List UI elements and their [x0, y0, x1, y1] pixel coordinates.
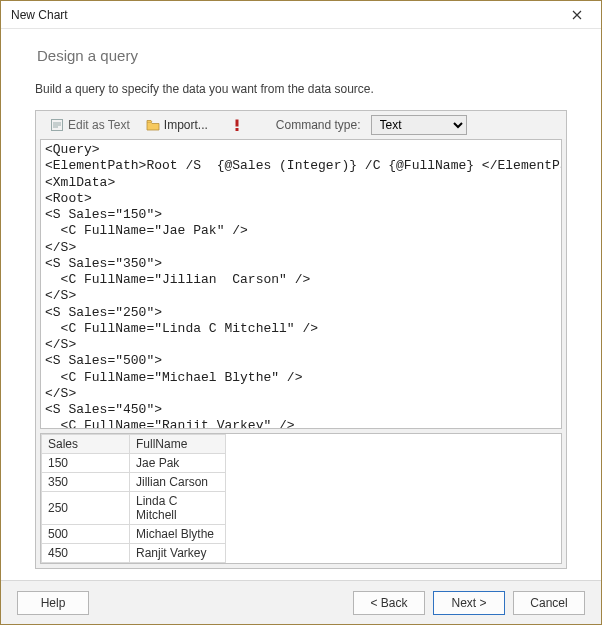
table-row[interactable]: 350 Jillian Carson — [42, 473, 226, 492]
dialog-footer: Help < Back Next > Cancel — [1, 580, 601, 624]
import-label: Import... — [164, 118, 208, 132]
warning-icon — [230, 118, 244, 132]
column-header-sales[interactable]: Sales — [42, 435, 130, 454]
query-toolbar: Edit as Text Import... Command type: Tex… — [36, 111, 566, 139]
cell-fullname: Ranjit Varkey — [130, 544, 226, 563]
cell-sales: 250 — [42, 492, 130, 525]
window-title: New Chart — [11, 8, 561, 22]
query-text-area[interactable]: <Query> <ElementPath>Root /S {@Sales (In… — [40, 139, 562, 429]
edit-as-text-button[interactable]: Edit as Text — [44, 116, 136, 134]
table-row[interactable]: 150 Jae Pak — [42, 454, 226, 473]
cell-fullname: Linda C Mitchell — [130, 492, 226, 525]
query-panel: Edit as Text Import... Command type: Tex… — [35, 110, 567, 569]
table-row[interactable]: 500 Michael Blythe — [42, 525, 226, 544]
back-button[interactable]: < Back — [353, 591, 425, 615]
results-table: Sales FullName 150 Jae Pak 350 Jillian C… — [41, 434, 226, 563]
cell-sales: 500 — [42, 525, 130, 544]
cell-sales: 350 — [42, 473, 130, 492]
close-button[interactable] — [561, 4, 593, 26]
svg-rect-2 — [235, 128, 238, 131]
content-area: Design a query Build a query to specify … — [1, 29, 601, 580]
column-header-fullname[interactable]: FullName — [130, 435, 226, 454]
cell-fullname: Jae Pak — [130, 454, 226, 473]
close-icon — [572, 7, 582, 23]
titlebar: New Chart — [1, 1, 601, 29]
command-type-select[interactable]: Text — [371, 115, 467, 135]
table-header-row: Sales FullName — [42, 435, 226, 454]
cell-fullname: Michael Blythe — [130, 525, 226, 544]
cell-sales: 450 — [42, 544, 130, 563]
cell-sales: 150 — [42, 454, 130, 473]
edit-as-text-label: Edit as Text — [68, 118, 130, 132]
table-row[interactable]: 250 Linda C Mitchell — [42, 492, 226, 525]
command-type-label: Command type: — [276, 118, 361, 132]
page-subtext: Build a query to specify the data you wa… — [35, 82, 567, 96]
folder-open-icon — [146, 118, 160, 132]
help-button[interactable]: Help — [17, 591, 89, 615]
query-text[interactable]: <Query> <ElementPath>Root /S {@Sales (In… — [41, 140, 561, 429]
next-button[interactable]: Next > — [433, 591, 505, 615]
cancel-button[interactable]: Cancel — [513, 591, 585, 615]
edit-text-icon — [50, 118, 64, 132]
import-button[interactable]: Import... — [140, 116, 214, 134]
table-row[interactable]: 450 Ranjit Varkey — [42, 544, 226, 563]
page-heading: Design a query — [37, 47, 567, 64]
results-grid[interactable]: Sales FullName 150 Jae Pak 350 Jillian C… — [40, 433, 562, 564]
svg-rect-1 — [235, 120, 238, 127]
cell-fullname: Jillian Carson — [130, 473, 226, 492]
